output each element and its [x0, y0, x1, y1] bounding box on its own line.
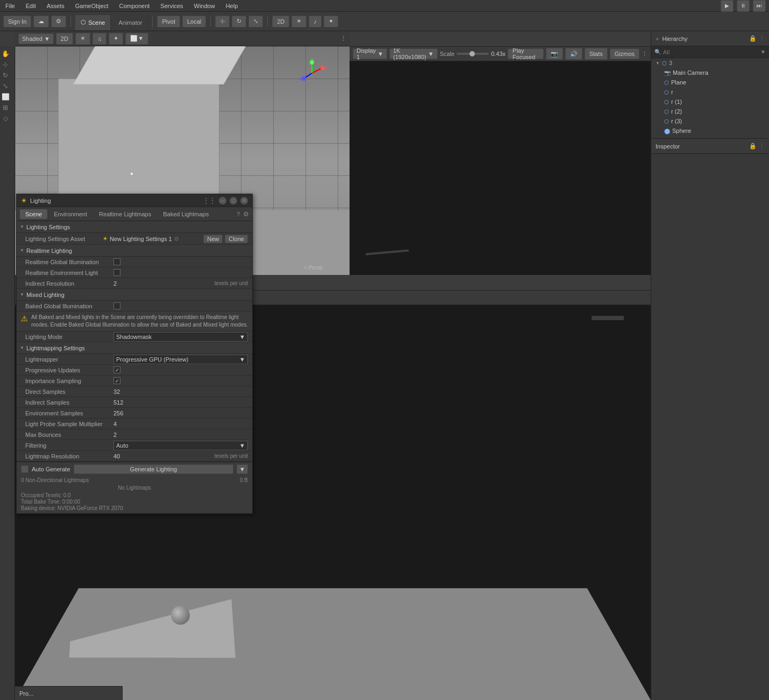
tool-move[interactable]: ⊹ — [215, 16, 230, 27]
scene-draw-mode[interactable]: Shaded ▼ — [18, 33, 54, 44]
section-realtime-lighting[interactable]: ▼ Realtime Lighting — [17, 245, 252, 257]
section-mixed-lighting[interactable]: ▼ Mixed Lighting — [17, 289, 252, 301]
menu-services[interactable]: Services — [158, 2, 185, 10]
game-settings[interactable]: ⋮ — [642, 51, 647, 58]
hierarchy-item-root[interactable]: ▼ ⬡ 3 — [651, 58, 769, 68]
value-environment-samples[interactable]: 256 — [113, 410, 248, 416]
hierarchy-item-r2[interactable]: ⬡ r (2) — [651, 107, 769, 116]
hierarchy-lock-icon[interactable]: 🔒 — [749, 35, 757, 42]
local-button[interactable]: Local — [182, 16, 206, 27]
sidebar-icon-scale[interactable]: ⤡ — [0, 81, 11, 91]
lighting-help-icon[interactable]: ? — [237, 211, 240, 217]
checkbox-realtime-env[interactable] — [113, 269, 120, 276]
play-focused-button[interactable]: Play Focused — [508, 48, 544, 59]
auto-generate-checkbox[interactable] — [21, 465, 29, 473]
tool-rotate[interactable]: ↻ — [232, 16, 246, 27]
checkbox-realtime-gi[interactable] — [113, 258, 120, 265]
lighting-tab-realtime[interactable]: Realtime Lightmaps — [94, 209, 156, 219]
scale-track[interactable] — [457, 53, 489, 55]
animator-tab[interactable]: Animator — [113, 15, 148, 30]
sidebar-icon-custom[interactable]: ◇ — [0, 113, 11, 124]
menu-window[interactable]: Window — [192, 2, 217, 10]
menu-file[interactable]: File — [3, 2, 17, 10]
inspector-menu-icon[interactable]: ⋮ — [759, 143, 765, 150]
value-indirect-res[interactable]: 2 — [113, 280, 212, 287]
lighting-tab-baked[interactable]: Baked Lightmaps — [158, 209, 214, 219]
lighting-tab-environment[interactable]: Environment — [48, 209, 92, 219]
dropdown-lighting-mode[interactable]: Shadowmask ▼ — [113, 332, 248, 342]
dropdown-filtering[interactable]: Auto ▼ — [113, 441, 248, 450]
scene-audio-toggle[interactable]: ♫ — [92, 33, 106, 45]
hierarchy-menu-icon[interactable]: ⋮ — [759, 35, 765, 42]
display-dropdown[interactable]: Display 1 ▼ — [353, 48, 387, 59]
scene-view-mode[interactable]: ⬜▼ — [125, 33, 148, 45]
checkbox-progressive-updates[interactable]: ✓ — [113, 366, 120, 373]
fx-toggle[interactable]: ✦ — [324, 16, 338, 27]
three-dots-icon[interactable]: ⋮⋮ — [203, 197, 216, 204]
sidebar-icon-rect[interactable]: ⬜ — [0, 91, 11, 102]
value-direct-samples[interactable]: 32 — [113, 388, 248, 395]
scale-thumb[interactable] — [469, 51, 475, 56]
collab-button[interactable]: ⚙ — [51, 16, 66, 27]
asset-selector[interactable]: ☀ New Lighting Settings 1 ⊙ — [103, 236, 201, 242]
menu-edit[interactable]: Edit — [24, 2, 38, 10]
resolution-dropdown[interactable]: 1K (1920x1080) ▼ — [389, 48, 438, 59]
new-lighting-button[interactable]: New — [203, 235, 223, 243]
hierarchy-item-r3[interactable]: ⬡ r (3) — [651, 116, 769, 126]
hierarchy-item-r1[interactable]: ⬡ r (1) — [651, 97, 769, 107]
menu-gameobject[interactable]: GameObject — [73, 2, 111, 10]
hierarchy-item-sphere[interactable]: ⬤ Sphere — [651, 126, 769, 136]
scene-2d-toggle[interactable]: 2D — [56, 33, 73, 45]
window-maximize-button[interactable]: □ — [230, 197, 237, 204]
section-lightmapping[interactable]: ▼ Lightmapping Settings — [17, 342, 252, 354]
window-close-button[interactable]: ✕ — [240, 197, 248, 204]
value-indirect-samples[interactable]: 512 — [113, 399, 248, 406]
menu-help[interactable]: Help — [224, 2, 240, 10]
checkbox-baked-gi[interactable] — [113, 302, 120, 309]
gen-dropdown-arrow[interactable]: ▼ — [237, 464, 248, 474]
project-tab-label[interactable]: Pro... — [19, 690, 33, 697]
value-max-bounces[interactable]: 2 — [113, 432, 248, 438]
stats-button[interactable]: Stats — [585, 48, 608, 60]
step-button[interactable]: ⏭ — [753, 0, 766, 12]
menu-component[interactable]: Component — [117, 2, 152, 10]
gizmos-button[interactable]: Gizmos — [610, 48, 639, 59]
audio-icon-btn[interactable]: 🔊 — [565, 48, 582, 60]
mode-2d[interactable]: 2D — [272, 16, 289, 27]
value-lightmap-resolution[interactable]: 40 — [113, 453, 212, 459]
scene-settings[interactable]: ⋮ — [340, 35, 346, 42]
audio-toggle[interactable]: ♪ — [309, 16, 322, 27]
sidebar-icon-transform[interactable]: ⊞ — [0, 102, 11, 113]
menu-assets[interactable]: Assets — [45, 2, 67, 10]
scene-tab[interactable]: ⬡ Scene — [75, 15, 111, 30]
asset-picker-icon[interactable]: ⊙ — [174, 236, 179, 242]
lighting-gear-icon[interactable]: ⚙ — [243, 210, 249, 218]
camera-icon-btn[interactable]: 📷 — [546, 48, 563, 60]
hierarchy-search-input[interactable] — [663, 49, 758, 55]
play-button[interactable]: ▶ — [721, 0, 734, 12]
clone-lighting-button[interactable]: Clone — [225, 235, 248, 243]
lighting-tab-scene[interactable]: Scene — [20, 209, 47, 219]
scene-light-toggle[interactable]: ☀ — [75, 33, 90, 45]
signin-button[interactable]: Sign In — [3, 16, 31, 27]
scene-fx-toggle[interactable]: ✦ — [109, 33, 123, 45]
tool-scale[interactable]: ⤡ — [248, 16, 263, 27]
value-probe-multiplier[interactable]: 4 — [113, 421, 248, 427]
lighting-toggle[interactable]: ☀ — [291, 16, 307, 27]
hierarchy-item-r[interactable]: ⬡ r — [651, 87, 769, 97]
sidebar-icon-hand[interactable]: ✋ — [0, 48, 11, 59]
hierarchy-item-plane[interactable]: ⬡ Plane — [651, 77, 769, 87]
cloud-button[interactable]: ☁ — [33, 16, 49, 27]
sidebar-icon-move[interactable]: ⊹ — [0, 59, 11, 70]
pause-button[interactable]: ⏸ — [737, 0, 750, 12]
window-minimize-button[interactable]: – — [219, 197, 226, 204]
hierarchy-filter-icon[interactable]: ▼ — [760, 49, 766, 55]
pivot-button[interactable]: Pivot — [157, 16, 180, 27]
dropdown-lightmapper[interactable]: Progressive GPU (Preview) ▼ — [113, 355, 248, 364]
checkbox-importance-sampling[interactable]: ✓ — [113, 377, 120, 384]
hierarchy-item-camera[interactable]: 📷 Main Camera — [651, 68, 769, 77]
generate-lighting-button[interactable]: Generate Lighting — [74, 464, 234, 474]
section-lighting-settings[interactable]: ▼ Lighting Settings — [17, 221, 252, 233]
inspector-lock-icon[interactable]: 🔒 — [749, 143, 757, 150]
hierarchy-add-icon[interactable]: + — [656, 36, 659, 42]
